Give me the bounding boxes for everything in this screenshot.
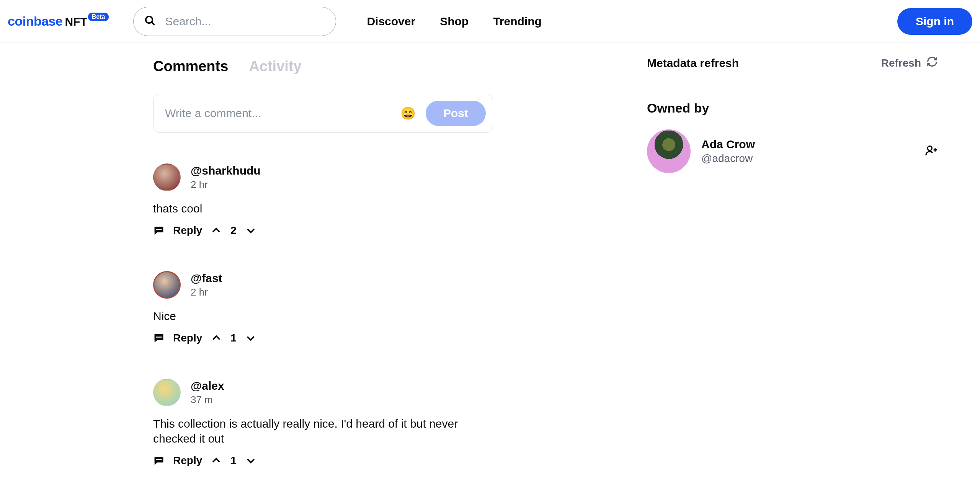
downvote-icon[interactable] xyxy=(245,332,256,344)
comment-actions: Reply 1 xyxy=(153,454,567,467)
logo[interactable]: coinbase NFT Beta xyxy=(8,14,110,29)
svg-point-0 xyxy=(146,16,153,23)
reply-icon[interactable] xyxy=(153,332,165,344)
comment-head: @sharkhudu 2 hr xyxy=(153,163,567,191)
owner-name: Ada Crow xyxy=(701,138,755,151)
vote-count: 1 xyxy=(230,454,237,467)
comment: @fast 2 hr Nice Reply 1 xyxy=(153,271,567,344)
reply-label[interactable]: Reply xyxy=(173,454,202,467)
tabs: Comments Activity xyxy=(153,58,567,75)
metadata-refresh-row: Metadata refresh Refresh xyxy=(647,56,938,70)
reply-label[interactable]: Reply xyxy=(173,332,202,344)
reply-label[interactable]: Reply xyxy=(173,224,202,237)
comment: @alex 37 m This collection is actually r… xyxy=(153,379,567,467)
comment-avatar[interactable] xyxy=(153,271,181,299)
main-content: Comments Activity 😄 Post @sharkhudu 2 hr… xyxy=(0,43,980,482)
comment-timestamp: 2 hr xyxy=(191,286,222,298)
comment-body: Nice xyxy=(153,309,467,324)
comment: @sharkhudu 2 hr thats cool Reply 2 xyxy=(153,163,567,237)
comment-avatar[interactable] xyxy=(153,163,181,191)
reply-icon[interactable] xyxy=(153,455,165,466)
owner-row: Ada Crow @adacrow xyxy=(647,129,938,173)
comments-column: Comments Activity 😄 Post @sharkhudu 2 hr… xyxy=(153,58,567,482)
refresh-icon xyxy=(926,56,938,70)
compose-box: 😄 Post xyxy=(153,94,493,133)
svg-line-1 xyxy=(152,22,155,25)
svg-point-8 xyxy=(928,146,932,150)
nav-shop[interactable]: Shop xyxy=(440,15,469,28)
refresh-label: Refresh xyxy=(881,57,921,69)
primary-nav: Discover Shop Trending xyxy=(367,15,541,28)
nav-trending[interactable]: Trending xyxy=(493,15,542,28)
upvote-icon[interactable] xyxy=(211,455,222,466)
comment-body: This collection is actually really nice.… xyxy=(153,416,467,446)
downvote-icon[interactable] xyxy=(245,225,256,236)
upvote-icon[interactable] xyxy=(211,332,222,344)
signin-button[interactable]: Sign in xyxy=(897,8,972,35)
svg-rect-3 xyxy=(156,229,162,230)
vote-count: 2 xyxy=(230,224,237,237)
emoji-picker-icon[interactable]: 😄 xyxy=(400,106,416,121)
sidebar: Metadata refresh Refresh Owned by Ada Cr… xyxy=(647,58,938,482)
tab-activity[interactable]: Activity xyxy=(249,58,301,75)
vote-count: 1 xyxy=(230,332,237,344)
owner-avatar[interactable] xyxy=(647,129,691,173)
comment-body: thats cool xyxy=(153,201,467,216)
nav-discover[interactable]: Discover xyxy=(367,15,415,28)
comment-username[interactable]: @alex xyxy=(191,379,224,392)
comment-head: @fast 2 hr xyxy=(153,271,567,299)
reply-icon[interactable] xyxy=(153,225,165,236)
owner-handle: @adacrow xyxy=(701,152,755,165)
comment-timestamp: 2 hr xyxy=(191,179,261,191)
comment-avatar[interactable] xyxy=(153,379,181,406)
upvote-icon[interactable] xyxy=(211,225,222,236)
owned-by-heading: Owned by xyxy=(647,101,938,116)
comment-username[interactable]: @fast xyxy=(191,272,222,285)
tab-comments[interactable]: Comments xyxy=(153,58,228,75)
search-icon xyxy=(144,15,156,28)
beta-badge: Beta xyxy=(88,13,109,21)
comment-username[interactable]: @sharkhudu xyxy=(191,164,261,177)
header-bar: coinbase NFT Beta Discover Shop Trending… xyxy=(0,0,980,43)
owner-info[interactable]: Ada Crow @adacrow xyxy=(701,138,755,165)
logo-coinbase: coinbase xyxy=(8,14,62,29)
logo-nft: NFT xyxy=(65,15,87,28)
svg-rect-5 xyxy=(156,337,162,338)
refresh-button[interactable]: Refresh xyxy=(881,56,938,70)
svg-rect-7 xyxy=(156,459,162,460)
downvote-icon[interactable] xyxy=(245,455,256,466)
search-input[interactable] xyxy=(165,15,325,28)
comments-list: @sharkhudu 2 hr thats cool Reply 2 xyxy=(153,163,567,467)
comment-actions: Reply 2 xyxy=(153,224,567,237)
search-box[interactable] xyxy=(133,7,336,36)
post-button[interactable]: Post xyxy=(426,101,486,126)
metadata-label: Metadata refresh xyxy=(647,57,739,70)
comment-input[interactable] xyxy=(165,107,400,120)
comment-head: @alex 37 m xyxy=(153,379,567,406)
comment-timestamp: 37 m xyxy=(191,394,224,406)
follow-user-icon[interactable] xyxy=(925,144,938,158)
comment-actions: Reply 1 xyxy=(153,332,567,344)
